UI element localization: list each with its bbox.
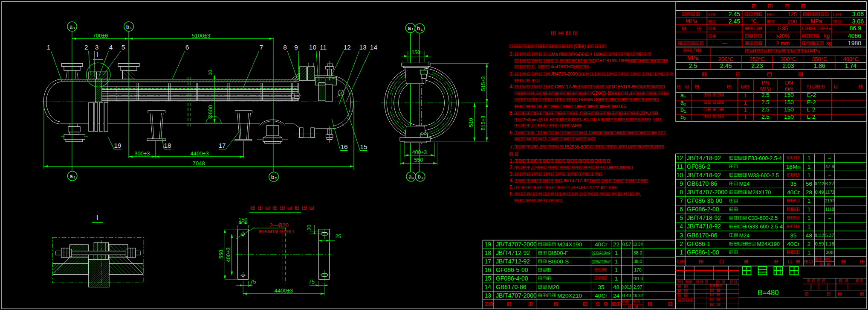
svg-text:—: — <box>723 41 727 46</box>
svg-text:(99: (99 <box>573 44 580 49</box>
svg-text:2.5: 2.5 <box>761 106 770 113</box>
svg-text:1.18: 1.18 <box>825 241 834 246</box>
svg-text:9: 9 <box>294 44 298 51</box>
svg-text:PN: PN <box>761 79 769 86</box>
svg-text:16: 16 <box>484 266 491 273</box>
svg-text:0.0619: 0.0619 <box>622 284 632 290</box>
svg-text:0.85: 0.85 <box>778 26 788 32</box>
svg-text:2.5: 2.5 <box>761 99 770 105</box>
svg-text:350°C: 350°C <box>812 56 827 62</box>
svg-text:,: , <box>535 91 536 96</box>
svg-text:GB5117-85: GB5117-85 <box>555 84 578 89</box>
svg-text:a: a <box>680 99 684 106</box>
svg-text:0.112: 0.112 <box>815 233 824 238</box>
svg-text:86.9: 86.9 <box>850 25 861 32</box>
svg-text:1: 1 <box>47 44 51 51</box>
svg-text:M24: M24 <box>739 233 749 239</box>
svg-text:5.37: 5.37 <box>825 233 834 238</box>
svg-text:1.86: 1.86 <box>814 62 825 69</box>
svg-text:1: 1 <box>807 215 811 221</box>
svg-text:700±6: 700±6 <box>93 32 108 39</box>
svg-text:JB/T4707-2000: JB/T4707-2000 <box>687 189 728 196</box>
svg-text:24: 24 <box>613 292 620 299</box>
svg-text:M24X190: M24X190 <box>557 241 582 248</box>
svg-text:0.59: 0.59 <box>815 241 824 246</box>
svg-text:,: , <box>558 58 560 63</box>
svg-text:150: 150 <box>784 92 794 98</box>
svg-text:a: a <box>69 173 73 179</box>
svg-text:2 mm: 2 mm <box>776 41 789 47</box>
svg-text:,: , <box>608 165 609 170</box>
svg-text:JB/T4712-92: JB/T4712-92 <box>563 178 589 183</box>
svg-text:,: , <box>618 144 619 149</box>
svg-text:1: 1 <box>807 223 811 230</box>
svg-text:b: b <box>126 23 129 30</box>
svg-text:L-2: L-2 <box>807 106 816 113</box>
svg-text:GF086-1-00: GF086-1-00 <box>687 249 719 256</box>
svg-text:M24: M24 <box>739 181 749 187</box>
svg-text:5: 5 <box>680 214 683 221</box>
svg-text:1: 1 <box>807 155 811 161</box>
svg-text:,: , <box>640 191 641 196</box>
svg-text:400±3: 400±3 <box>226 247 231 262</box>
svg-text:GB6654-1996: GB6654-1996 <box>575 52 603 57</box>
svg-text:101.0: 101.0 <box>633 276 643 281</box>
svg-text:BI600-S: BI600-S <box>548 258 569 265</box>
svg-text:3.: 3. <box>509 71 514 77</box>
svg-text:JB2536-80: JB2536-80 <box>564 144 586 149</box>
svg-text:19: 19 <box>484 241 491 248</box>
svg-text:2.45: 2.45 <box>720 62 732 69</box>
svg-text:4400±3: 4400±3 <box>275 287 293 294</box>
svg-text:48: 48 <box>613 284 619 290</box>
svg-text:1: 1 <box>684 95 686 99</box>
svg-text:6: 6 <box>185 44 189 51</box>
svg-text:2.45: 2.45 <box>729 11 740 18</box>
svg-text:6.27: 6.27 <box>825 181 834 186</box>
svg-text:MPa: MPa <box>810 48 820 53</box>
svg-text:–: – <box>828 155 831 161</box>
svg-text:300: 300 <box>826 250 833 255</box>
svg-text:250°C: 250°C <box>749 56 765 62</box>
svg-text:550: 550 <box>218 250 224 259</box>
svg-text:16Mn: 16Mn <box>547 52 558 57</box>
svg-text:JB/T4707-2000: JB/T4707-2000 <box>496 241 537 248</box>
svg-text:5.: 5. <box>509 184 514 190</box>
svg-text:515±3: 515±3 <box>480 116 486 131</box>
svg-text:75: 75 <box>309 279 315 285</box>
svg-text:MPa: MPa <box>686 18 697 24</box>
svg-text:JB/T4718-92: JB/T4718-92 <box>687 172 721 178</box>
svg-text:a: a <box>408 25 411 31</box>
svg-text:300±3: 300±3 <box>134 150 150 157</box>
svg-text:18: 18 <box>164 142 171 149</box>
svg-text:6: 6 <box>680 206 683 213</box>
svg-text:1: 1 <box>807 164 811 170</box>
svg-text:JB/T4722-92: JB/T4722-92 <box>580 185 606 190</box>
svg-text:2: 2 <box>680 240 683 247</box>
svg-text:2: 2 <box>275 176 277 180</box>
svg-text:10.32: 10.32 <box>633 293 643 298</box>
svg-text:JB/T4718-92: JB/T4718-92 <box>687 223 721 230</box>
svg-text:1: 1 <box>680 249 683 256</box>
svg-text:AB: AB <box>572 123 578 128</box>
svg-text:b: b <box>680 106 684 113</box>
svg-text:M20X210: M20X210 <box>557 292 582 299</box>
svg-text:1: 1 <box>807 249 811 256</box>
svg-text:125: 125 <box>787 11 797 18</box>
svg-text:b: b <box>680 114 684 120</box>
svg-text:8: 8 <box>680 189 683 196</box>
svg-text:16Mn: 16Mn <box>786 164 801 170</box>
svg-text:GF086-4-00: GF086-4-00 <box>496 275 528 282</box>
svg-text:1: 1 <box>744 107 747 113</box>
svg-text:kg: kg <box>826 40 832 46</box>
svg-text:GF086-5-00: GF086-5-00 <box>496 266 528 273</box>
svg-text:kg: kg <box>824 33 830 39</box>
svg-text:JB4726-2000: JB4726-2000 <box>551 71 578 76</box>
svg-text:BI600-F: BI600-F <box>548 250 569 256</box>
svg-text:–: – <box>828 224 831 229</box>
svg-text:400°C: 400°C <box>843 56 858 62</box>
svg-text:10: 10 <box>208 70 213 75</box>
svg-text:,: , <box>588 130 589 135</box>
svg-text:7.: 7. <box>509 144 514 150</box>
svg-text:5.: 5. <box>509 110 514 116</box>
svg-text:13: 13 <box>484 292 491 299</box>
